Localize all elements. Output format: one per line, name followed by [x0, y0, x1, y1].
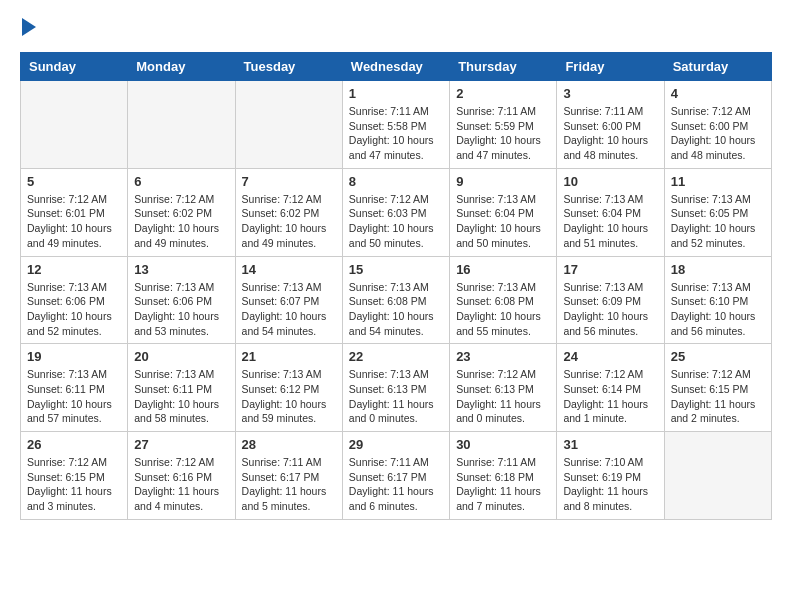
- day-number: 3: [563, 86, 657, 101]
- logo-arrow-icon: [22, 18, 36, 36]
- weekday-header-thursday: Thursday: [450, 53, 557, 81]
- calendar-cell: [664, 432, 771, 520]
- day-number: 19: [27, 349, 121, 364]
- day-info: Sunrise: 7:13 AMSunset: 6:09 PMDaylight:…: [563, 280, 657, 339]
- calendar-cell: 12Sunrise: 7:13 AMSunset: 6:06 PMDayligh…: [21, 256, 128, 344]
- page-header: [20, 20, 772, 36]
- day-info: Sunrise: 7:12 AMSunset: 6:15 PMDaylight:…: [671, 367, 765, 426]
- day-info: Sunrise: 7:10 AMSunset: 6:19 PMDaylight:…: [563, 455, 657, 514]
- logo: [20, 20, 36, 36]
- day-info: Sunrise: 7:13 AMSunset: 6:07 PMDaylight:…: [242, 280, 336, 339]
- calendar-cell: 24Sunrise: 7:12 AMSunset: 6:14 PMDayligh…: [557, 344, 664, 432]
- calendar-cell: 21Sunrise: 7:13 AMSunset: 6:12 PMDayligh…: [235, 344, 342, 432]
- calendar-cell: 30Sunrise: 7:11 AMSunset: 6:18 PMDayligh…: [450, 432, 557, 520]
- calendar-table: SundayMondayTuesdayWednesdayThursdayFrid…: [20, 52, 772, 520]
- day-info: Sunrise: 7:12 AMSunset: 6:03 PMDaylight:…: [349, 192, 443, 251]
- day-info: Sunrise: 7:13 AMSunset: 6:12 PMDaylight:…: [242, 367, 336, 426]
- day-number: 12: [27, 262, 121, 277]
- day-info: Sunrise: 7:13 AMSunset: 6:05 PMDaylight:…: [671, 192, 765, 251]
- day-number: 15: [349, 262, 443, 277]
- day-number: 28: [242, 437, 336, 452]
- calendar-week-4: 19Sunrise: 7:13 AMSunset: 6:11 PMDayligh…: [21, 344, 772, 432]
- day-info: Sunrise: 7:12 AMSunset: 6:00 PMDaylight:…: [671, 104, 765, 163]
- calendar-cell: 29Sunrise: 7:11 AMSunset: 6:17 PMDayligh…: [342, 432, 449, 520]
- calendar-cell: 20Sunrise: 7:13 AMSunset: 6:11 PMDayligh…: [128, 344, 235, 432]
- day-number: 5: [27, 174, 121, 189]
- calendar-cell: 18Sunrise: 7:13 AMSunset: 6:10 PMDayligh…: [664, 256, 771, 344]
- weekday-header-saturday: Saturday: [664, 53, 771, 81]
- calendar-week-1: 1Sunrise: 7:11 AMSunset: 5:58 PMDaylight…: [21, 81, 772, 169]
- calendar-cell: 9Sunrise: 7:13 AMSunset: 6:04 PMDaylight…: [450, 168, 557, 256]
- calendar-cell: 16Sunrise: 7:13 AMSunset: 6:08 PMDayligh…: [450, 256, 557, 344]
- day-info: Sunrise: 7:13 AMSunset: 6:08 PMDaylight:…: [456, 280, 550, 339]
- calendar-header-row: SundayMondayTuesdayWednesdayThursdayFrid…: [21, 53, 772, 81]
- calendar-cell: 2Sunrise: 7:11 AMSunset: 5:59 PMDaylight…: [450, 81, 557, 169]
- day-number: 16: [456, 262, 550, 277]
- day-info: Sunrise: 7:11 AMSunset: 5:58 PMDaylight:…: [349, 104, 443, 163]
- weekday-header-tuesday: Tuesday: [235, 53, 342, 81]
- calendar-cell: 17Sunrise: 7:13 AMSunset: 6:09 PMDayligh…: [557, 256, 664, 344]
- day-info: Sunrise: 7:13 AMSunset: 6:11 PMDaylight:…: [27, 367, 121, 426]
- day-info: Sunrise: 7:12 AMSunset: 6:14 PMDaylight:…: [563, 367, 657, 426]
- calendar-cell: [235, 81, 342, 169]
- day-number: 1: [349, 86, 443, 101]
- day-number: 27: [134, 437, 228, 452]
- day-info: Sunrise: 7:12 AMSunset: 6:15 PMDaylight:…: [27, 455, 121, 514]
- day-info: Sunrise: 7:12 AMSunset: 6:01 PMDaylight:…: [27, 192, 121, 251]
- day-number: 22: [349, 349, 443, 364]
- day-number: 23: [456, 349, 550, 364]
- day-info: Sunrise: 7:12 AMSunset: 6:02 PMDaylight:…: [242, 192, 336, 251]
- calendar-cell: 6Sunrise: 7:12 AMSunset: 6:02 PMDaylight…: [128, 168, 235, 256]
- calendar-cell: 25Sunrise: 7:12 AMSunset: 6:15 PMDayligh…: [664, 344, 771, 432]
- calendar-cell: 5Sunrise: 7:12 AMSunset: 6:01 PMDaylight…: [21, 168, 128, 256]
- day-number: 2: [456, 86, 550, 101]
- day-info: Sunrise: 7:13 AMSunset: 6:04 PMDaylight:…: [456, 192, 550, 251]
- calendar-cell: 23Sunrise: 7:12 AMSunset: 6:13 PMDayligh…: [450, 344, 557, 432]
- weekday-header-wednesday: Wednesday: [342, 53, 449, 81]
- day-info: Sunrise: 7:13 AMSunset: 6:10 PMDaylight:…: [671, 280, 765, 339]
- day-number: 24: [563, 349, 657, 364]
- day-info: Sunrise: 7:11 AMSunset: 6:17 PMDaylight:…: [349, 455, 443, 514]
- day-info: Sunrise: 7:13 AMSunset: 6:13 PMDaylight:…: [349, 367, 443, 426]
- day-info: Sunrise: 7:12 AMSunset: 6:02 PMDaylight:…: [134, 192, 228, 251]
- calendar-cell: [21, 81, 128, 169]
- day-number: 30: [456, 437, 550, 452]
- calendar-cell: 4Sunrise: 7:12 AMSunset: 6:00 PMDaylight…: [664, 81, 771, 169]
- day-info: Sunrise: 7:11 AMSunset: 6:18 PMDaylight:…: [456, 455, 550, 514]
- weekday-header-friday: Friday: [557, 53, 664, 81]
- day-number: 31: [563, 437, 657, 452]
- day-info: Sunrise: 7:13 AMSunset: 6:11 PMDaylight:…: [134, 367, 228, 426]
- calendar-cell: 28Sunrise: 7:11 AMSunset: 6:17 PMDayligh…: [235, 432, 342, 520]
- calendar-cell: 13Sunrise: 7:13 AMSunset: 6:06 PMDayligh…: [128, 256, 235, 344]
- calendar-cell: 22Sunrise: 7:13 AMSunset: 6:13 PMDayligh…: [342, 344, 449, 432]
- day-number: 14: [242, 262, 336, 277]
- day-info: Sunrise: 7:11 AMSunset: 5:59 PMDaylight:…: [456, 104, 550, 163]
- calendar-cell: 14Sunrise: 7:13 AMSunset: 6:07 PMDayligh…: [235, 256, 342, 344]
- calendar-cell: 3Sunrise: 7:11 AMSunset: 6:00 PMDaylight…: [557, 81, 664, 169]
- day-number: 7: [242, 174, 336, 189]
- day-number: 9: [456, 174, 550, 189]
- day-info: Sunrise: 7:13 AMSunset: 6:04 PMDaylight:…: [563, 192, 657, 251]
- day-number: 13: [134, 262, 228, 277]
- calendar-week-2: 5Sunrise: 7:12 AMSunset: 6:01 PMDaylight…: [21, 168, 772, 256]
- calendar-cell: 31Sunrise: 7:10 AMSunset: 6:19 PMDayligh…: [557, 432, 664, 520]
- day-number: 20: [134, 349, 228, 364]
- day-info: Sunrise: 7:13 AMSunset: 6:08 PMDaylight:…: [349, 280, 443, 339]
- calendar-cell: 10Sunrise: 7:13 AMSunset: 6:04 PMDayligh…: [557, 168, 664, 256]
- day-number: 17: [563, 262, 657, 277]
- calendar-cell: 15Sunrise: 7:13 AMSunset: 6:08 PMDayligh…: [342, 256, 449, 344]
- weekday-header-monday: Monday: [128, 53, 235, 81]
- calendar-week-5: 26Sunrise: 7:12 AMSunset: 6:15 PMDayligh…: [21, 432, 772, 520]
- calendar-cell: 7Sunrise: 7:12 AMSunset: 6:02 PMDaylight…: [235, 168, 342, 256]
- day-number: 25: [671, 349, 765, 364]
- day-number: 26: [27, 437, 121, 452]
- day-number: 11: [671, 174, 765, 189]
- day-number: 21: [242, 349, 336, 364]
- calendar-cell: 8Sunrise: 7:12 AMSunset: 6:03 PMDaylight…: [342, 168, 449, 256]
- day-number: 18: [671, 262, 765, 277]
- calendar-cell: [128, 81, 235, 169]
- day-number: 4: [671, 86, 765, 101]
- calendar-week-3: 12Sunrise: 7:13 AMSunset: 6:06 PMDayligh…: [21, 256, 772, 344]
- day-number: 8: [349, 174, 443, 189]
- day-number: 10: [563, 174, 657, 189]
